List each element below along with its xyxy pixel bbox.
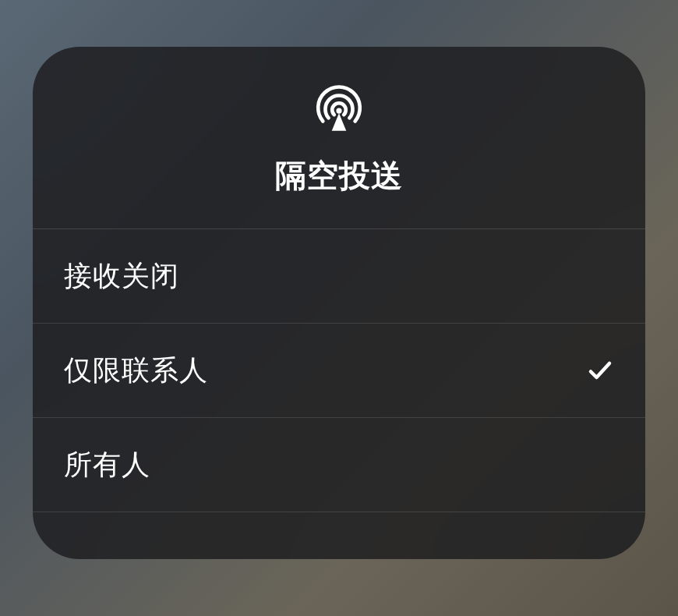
panel-spacer <box>33 512 645 559</box>
airdrop-panel: 隔空投送 接收关闭 仅限联系人 所有人 <box>33 47 645 559</box>
option-everyone[interactable]: 所有人 <box>33 418 645 512</box>
panel-header: 隔空投送 <box>33 47 645 229</box>
option-contacts-only[interactable]: 仅限联系人 <box>33 324 645 418</box>
option-label: 所有人 <box>64 446 150 484</box>
checkmark-icon <box>586 356 614 384</box>
panel-title: 隔空投送 <box>275 154 403 197</box>
airdrop-icon <box>313 84 365 136</box>
option-label: 接收关闭 <box>64 257 179 296</box>
option-label: 仅限联系人 <box>64 352 208 390</box>
option-receiving-off[interactable]: 接收关闭 <box>33 229 645 324</box>
svg-point-0 <box>336 108 341 113</box>
